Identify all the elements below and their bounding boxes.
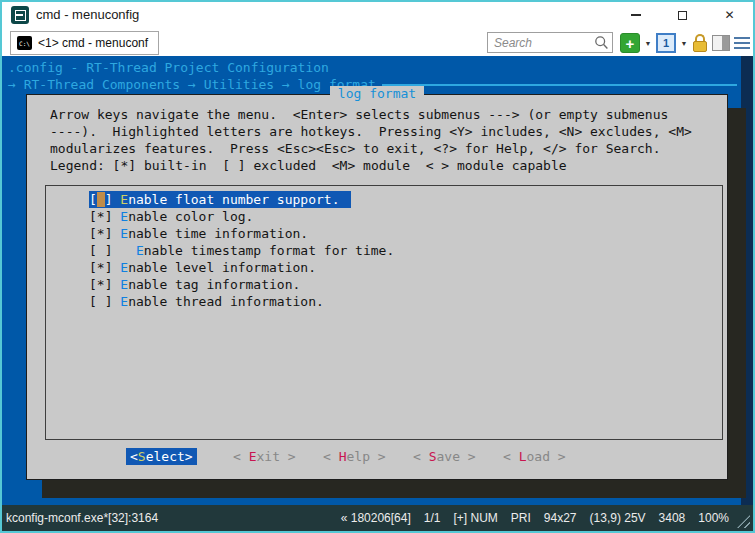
close-button[interactable]: ✕ xyxy=(706,2,753,28)
search-icon xyxy=(594,35,609,50)
minimize-button[interactable] xyxy=(612,2,659,28)
status-item: 100% xyxy=(698,511,729,525)
menu-list: [ ] Enable float number support.[*] Enab… xyxy=(45,185,723,440)
status-item: 94x27 xyxy=(544,511,577,525)
cmd-icon: C:\ xyxy=(17,36,32,50)
console-list-dropdown-icon[interactable]: ▼ xyxy=(680,40,688,47)
exit-button[interactable]: < Exit > xyxy=(229,448,300,465)
status-item: 1/1 xyxy=(424,511,441,525)
menu-item[interactable]: [*] Enable color log. xyxy=(46,208,722,225)
lock-icon[interactable] xyxy=(692,33,708,53)
status-item: 3408 xyxy=(659,511,686,525)
help-line: modularizes features. Press <Esc><Esc> t… xyxy=(50,140,692,157)
minimize-icon xyxy=(631,14,641,16)
dialog-help: Arrow keys navigate the menu. <Enter> se… xyxy=(50,106,692,174)
load-button[interactable]: < Load > xyxy=(499,448,570,465)
conemu-app-icon xyxy=(11,6,29,24)
resize-grip[interactable] xyxy=(737,515,750,528)
window-controls: ✕ xyxy=(612,2,753,28)
window-title: cmd - menuconfig xyxy=(36,2,139,28)
search-box[interactable]: Search xyxy=(487,32,613,53)
status-item: « 180206[64] xyxy=(341,511,411,525)
menu-item[interactable]: [ ] Enable timestamp format for time. xyxy=(46,242,722,259)
help-line: ----). Highlighted letters are hotkeys. … xyxy=(50,123,692,140)
tab-bar: C:\ <1> cmd - menuconf Search + ▼ 1 ▼ xyxy=(2,28,753,56)
menu-item[interactable]: [ ] Enable float number support. xyxy=(46,191,722,208)
search-input[interactable]: Search xyxy=(494,36,594,50)
title-bar: cmd - menuconfig ✕ xyxy=(2,2,753,28)
maximize-button[interactable] xyxy=(659,2,706,28)
dialog-buttons: <Select>< Exit >< Help >< Save >< Load > xyxy=(27,448,727,466)
status-process: kconfig-mconf.exe*[32]:3164 xyxy=(2,511,158,525)
dialog-shadow-bottom xyxy=(42,480,746,498)
menuconfig-dialog: log format Arrow keys navigate the menu.… xyxy=(26,94,728,480)
help-button[interactable]: < Help > xyxy=(319,448,390,465)
maximize-icon xyxy=(678,11,687,20)
menu-item[interactable]: [ ] Enable thread information. xyxy=(46,293,722,310)
console-tab[interactable]: C:\ <1> cmd - menuconf xyxy=(10,31,159,55)
dialog-title: log format xyxy=(330,86,424,101)
console-area: .config - RT-Thread Project Configuratio… xyxy=(2,56,753,505)
menu-item[interactable]: [*] Enable tag information. xyxy=(46,276,722,293)
help-line: Arrow keys navigate the menu. <Enter> se… xyxy=(50,106,692,123)
menu-item[interactable]: [*] Enable time information. xyxy=(46,225,722,242)
status-item: [+] NUM xyxy=(453,511,497,525)
status-right: « 180206[64]1/1[+] NUMPRI94x27(13,9) 25V… xyxy=(341,505,729,531)
toolbar: + ▼ 1 ▼ xyxy=(620,32,750,54)
select-button[interactable]: <Select> xyxy=(126,448,197,465)
help-line: Legend: [*] built-in [ ] excluded <M> mo… xyxy=(50,157,692,174)
dialog-title-row: log format xyxy=(27,85,727,102)
new-console-dropdown-icon[interactable]: ▼ xyxy=(644,40,652,47)
save-button[interactable]: < Save > xyxy=(409,448,480,465)
new-console-button[interactable]: + xyxy=(620,33,640,53)
lock-body xyxy=(693,41,707,52)
config-header: .config - RT-Thread Project Configuratio… xyxy=(8,59,329,76)
panes-icon xyxy=(722,36,729,50)
dialog-shadow-right xyxy=(728,108,746,498)
conemu-window: cmd - menuconfig ✕ C:\ <1> cmd - menucon… xyxy=(0,0,755,533)
active-console-button[interactable]: 1 xyxy=(656,33,676,53)
panes-button[interactable] xyxy=(712,35,730,51)
menu-button[interactable] xyxy=(734,37,750,49)
menu-item[interactable]: [*] Enable level information. xyxy=(46,259,722,276)
tab-label: <1> cmd - menuconf xyxy=(38,36,148,50)
status-item: PRI xyxy=(511,511,531,525)
status-bar: kconfig-mconf.exe*[32]:3164 « 180206[64]… xyxy=(2,505,753,531)
status-item: (13,9) 25V xyxy=(590,511,646,525)
conemu-app-icon-bar xyxy=(15,14,23,16)
